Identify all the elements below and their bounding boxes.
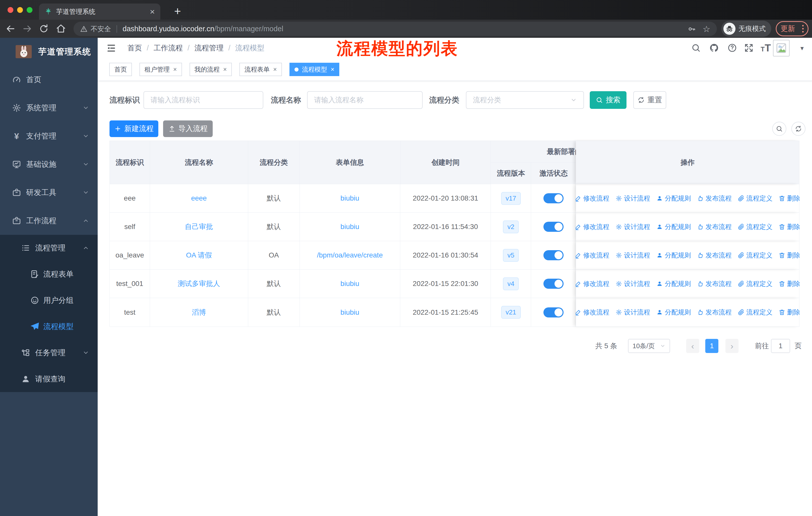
forward-icon[interactable]: [22, 24, 32, 34]
action-user-link[interactable]: 分配规则: [657, 222, 691, 231]
action-gear-link[interactable]: 设计流程: [616, 308, 650, 317]
tag-process-form[interactable]: 流程表单 ×: [239, 63, 282, 76]
sidebar-item-system[interactable]: 系统管理: [0, 94, 98, 122]
action-gear-link[interactable]: 设计流程: [616, 194, 650, 203]
tag-close-icon[interactable]: ×: [331, 66, 335, 73]
form-info-link[interactable]: biubiu: [341, 280, 359, 288]
show-search-button[interactable]: [772, 122, 786, 136]
bookmark-star-icon[interactable]: ☆: [703, 24, 710, 34]
next-page-button[interactable]: ›: [725, 339, 738, 353]
process-name-link[interactable]: 滔博: [192, 308, 206, 317]
create-process-button[interactable]: 新建流程: [110, 120, 158, 137]
close-window-button[interactable]: [7, 7, 13, 13]
sidebar-item-devtools[interactable]: 研发工具: [0, 179, 98, 207]
home-icon[interactable]: [56, 24, 66, 34]
password-key-icon[interactable]: [688, 25, 696, 33]
help-icon[interactable]: [727, 43, 737, 53]
action-user-link[interactable]: 分配规则: [657, 279, 691, 288]
action-trash-link[interactable]: 删除: [779, 222, 800, 231]
sidebar-item-home[interactable]: 首页: [0, 65, 98, 94]
action-user-link[interactable]: 分配规则: [657, 308, 691, 317]
sidebar-item-user-group[interactable]: 用户分组: [0, 287, 98, 314]
action-publish-link[interactable]: 发布流程: [697, 251, 732, 260]
form-info-link[interactable]: biubiu: [341, 223, 359, 231]
font-size-icon[interactable]: TT: [761, 42, 771, 54]
process-name-link[interactable]: OA 请假: [186, 250, 212, 260]
action-user-link[interactable]: 分配规则: [657, 194, 691, 203]
action-publish-link[interactable]: 发布流程: [697, 222, 732, 231]
active-toggle[interactable]: [544, 250, 563, 260]
action-trash-link[interactable]: 删除: [779, 279, 800, 288]
new-tab-button[interactable]: +: [174, 3, 181, 19]
tag-close-icon[interactable]: ×: [273, 66, 277, 73]
action-gear-link[interactable]: 设计流程: [616, 251, 650, 260]
sidebar-item-workflow[interactable]: 工作流程: [0, 207, 98, 235]
process-name-link[interactable]: 自己审批: [185, 222, 213, 232]
action-paperclip-link[interactable]: 流程定义: [738, 308, 773, 317]
search-button[interactable]: 搜索: [590, 91, 627, 109]
action-paperclip-link[interactable]: 流程定义: [738, 222, 773, 231]
action-gear-link[interactable]: 设计流程: [616, 222, 650, 231]
goto-page-input[interactable]: 1: [771, 339, 790, 353]
form-info-link[interactable]: /bpm/oa/leave/create: [317, 251, 383, 259]
action-edit-link[interactable]: 修改流程: [575, 222, 609, 231]
browser-update-chip[interactable]: 更新: [776, 21, 809, 36]
tag-my-process[interactable]: 我的流程 ×: [190, 63, 232, 76]
tag-process-model[interactable]: 流程模型 ×: [289, 63, 340, 76]
browser-menu-icon[interactable]: [802, 25, 804, 32]
action-publish-link[interactable]: 发布流程: [697, 194, 732, 203]
breadcrumb-process-mgmt[interactable]: 流程管理: [194, 43, 224, 53]
import-process-button[interactable]: 导入流程: [163, 120, 213, 137]
search-icon[interactable]: [691, 43, 701, 53]
zoom-window-button[interactable]: [27, 7, 32, 13]
browser-tab[interactable]: 芋道管理系统 ×: [39, 3, 160, 20]
reset-button[interactable]: 重置: [633, 91, 666, 109]
breadcrumb-home[interactable]: 首页: [127, 43, 142, 53]
form-info-link[interactable]: biubiu: [341, 308, 359, 317]
breadcrumb-workflow[interactable]: 工作流程: [153, 43, 183, 53]
update-label[interactable]: 更新: [781, 24, 795, 34]
action-edit-link[interactable]: 修改流程: [575, 308, 609, 317]
action-gear-link[interactable]: 设计流程: [616, 279, 650, 288]
sidebar-item-leave-query[interactable]: 请假查询: [0, 366, 98, 392]
avatar-caret-icon[interactable]: ▾: [801, 44, 804, 52]
action-paperclip-link[interactable]: 流程定义: [738, 279, 773, 288]
page-size-select[interactable]: 10条/页: [628, 339, 670, 353]
action-paperclip-link[interactable]: 流程定义: [738, 251, 773, 260]
form-info-link[interactable]: biubiu: [341, 194, 359, 202]
tag-close-icon[interactable]: ×: [173, 66, 177, 73]
current-page-button[interactable]: 1: [705, 339, 718, 353]
action-trash-link[interactable]: 删除: [779, 251, 800, 260]
fullscreen-icon[interactable]: [744, 43, 754, 53]
sidebar-item-process-model[interactable]: 流程模型: [0, 314, 98, 340]
action-trash-link[interactable]: 删除: [779, 194, 800, 203]
sidebar-item-payment[interactable]: ¥ 支付管理: [0, 122, 98, 150]
active-toggle[interactable]: [544, 307, 563, 318]
process-name-link[interactable]: 测试多审批人: [178, 279, 220, 289]
process-key-input[interactable]: [143, 91, 263, 109]
minimize-window-button[interactable]: [17, 7, 23, 13]
sidebar-item-process-mgmt[interactable]: 流程管理: [0, 235, 98, 261]
action-edit-link[interactable]: 修改流程: [575, 251, 609, 260]
tab-close-icon[interactable]: ×: [150, 7, 155, 16]
tag-tenant[interactable]: 租户管理 ×: [140, 63, 182, 76]
active-toggle[interactable]: [544, 279, 563, 289]
back-icon[interactable]: [5, 24, 16, 34]
action-trash-link[interactable]: 删除: [779, 308, 800, 317]
process-category-select[interactable]: 流程分类: [466, 91, 584, 109]
active-toggle[interactable]: [544, 222, 563, 232]
refresh-table-button[interactable]: [791, 122, 806, 136]
sidebar-fold-icon[interactable]: [106, 43, 116, 53]
action-edit-link[interactable]: 修改流程: [575, 279, 609, 288]
process-name-input[interactable]: [307, 91, 423, 109]
action-publish-link[interactable]: 发布流程: [697, 279, 732, 288]
reload-icon[interactable]: [39, 24, 49, 34]
action-paperclip-link[interactable]: 流程定义: [738, 194, 773, 203]
action-publish-link[interactable]: 发布流程: [697, 308, 732, 317]
address-bar[interactable]: 不安全 dashboard.yudao.iocoder.cn /bpm/mana…: [74, 22, 717, 36]
action-user-link[interactable]: 分配规则: [657, 251, 691, 260]
tag-close-icon[interactable]: ×: [223, 66, 227, 73]
sidebar-item-process-form[interactable]: 流程表单: [0, 261, 98, 287]
avatar[interactable]: [773, 40, 790, 56]
process-name-link[interactable]: eeee: [191, 194, 207, 202]
